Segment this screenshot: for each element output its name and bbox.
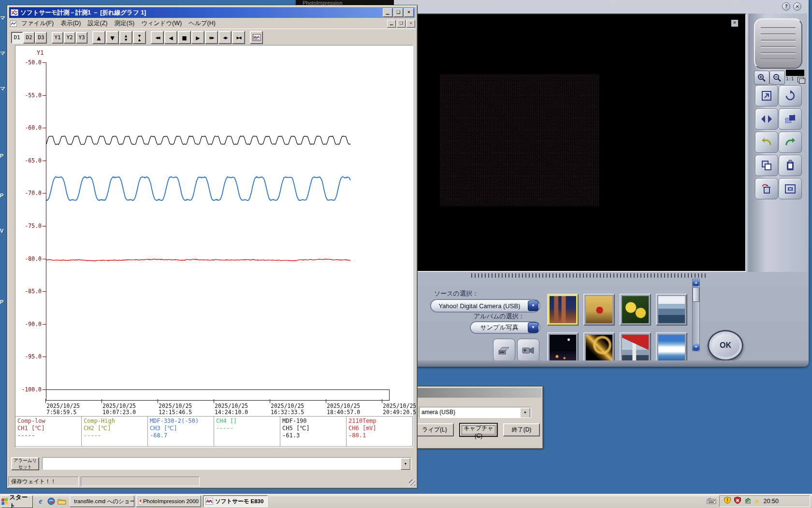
legend-cell: Comp-lowCH1 [℃]-----	[15, 417, 82, 446]
expand-vertical-button[interactable]: ▲ ▼	[119, 31, 132, 44]
d3-button[interactable]: D3	[35, 32, 47, 44]
video-camera-button[interactable]	[517, 339, 539, 361]
fast-rewind-button[interactable]: ◀◀	[151, 31, 164, 44]
thumbnail-yellow-flowers[interactable]	[620, 294, 651, 326]
exit-button[interactable]: 終了(D)	[503, 423, 540, 436]
scroll-up-icon[interactable]: ▲	[693, 279, 699, 286]
undo-button[interactable]	[755, 132, 778, 153]
scale-down-button[interactable]: ▼	[106, 31, 119, 44]
mdi-minimize-button[interactable]: ▁	[387, 20, 396, 28]
thumbnail-ship-lighthouse[interactable]	[620, 332, 651, 364]
cascade-icon[interactable]	[798, 77, 804, 82]
dialog-titlebar[interactable]	[402, 388, 541, 398]
menu-item-1[interactable]: 表示(D)	[57, 18, 84, 29]
resize-button[interactable]	[755, 85, 778, 106]
message-combobox[interactable]: ▼	[42, 457, 411, 470]
desktop-icon-label-fragment[interactable]: マ	[0, 85, 5, 92]
step-forward-button[interactable]: ▶	[191, 31, 204, 44]
desktop-icon-label-fragment[interactable]: P	[0, 299, 5, 305]
menu-item-5[interactable]: ヘルプ(H)	[185, 18, 219, 29]
internet-explorer-icon[interactable]: e	[36, 496, 45, 506]
updates-icon[interactable]	[744, 496, 752, 506]
flip-horizontal-button[interactable]	[755, 108, 778, 130]
album-select-dropdown[interactable]: サンプル写真 ▼	[470, 321, 540, 334]
zoom-out-button[interactable]	[769, 71, 785, 85]
graph-settings-button[interactable]	[250, 31, 263, 44]
preview-close-icon[interactable]: ✕	[731, 19, 739, 27]
source-select-dropdown[interactable]: Yahoo! Digital Camera (USB) ▼	[430, 299, 540, 313]
help-button[interactable]: ?	[782, 2, 790, 11]
star-icon[interactable]: ★	[754, 498, 760, 505]
crop-move-button[interactable]	[779, 108, 802, 130]
chevron-down-icon[interactable]: ▼	[528, 322, 538, 333]
task-button-photoimpression[interactable]: PhotoImpression 2000	[136, 495, 201, 507]
close-button[interactable]: ✕	[793, 2, 801, 11]
zoom-in-button[interactable]	[754, 71, 769, 85]
menu-item-2[interactable]: 設定(Z)	[85, 18, 111, 29]
ok-button[interactable]: OK	[708, 330, 743, 361]
chevron-down-icon[interactable]: ▼	[528, 300, 538, 311]
desktop-icon-label-fragment[interactable]: マ	[0, 15, 5, 22]
shield-warning-icon[interactable]: !	[724, 496, 731, 506]
scroll-pad[interactable]	[754, 18, 802, 69]
app-icon[interactable]	[46, 496, 56, 506]
scroll-down-icon[interactable]: ▼	[693, 344, 699, 351]
menu-item-0[interactable]: ファイル(F)	[18, 18, 57, 29]
thumbnail-night-city[interactable]	[547, 332, 579, 364]
close-button[interactable]: ×	[404, 8, 414, 17]
scanner-button[interactable]	[493, 339, 515, 361]
thumbnail-light-spiral[interactable]	[583, 332, 615, 364]
y2-button[interactable]: Y2	[64, 32, 75, 44]
camera-source-combobox[interactable]: amera (USB) ▼	[419, 407, 531, 418]
folder-icon[interactable]	[57, 496, 67, 506]
desktop-icon-label-fragment[interactable]: V	[0, 228, 5, 234]
scrollbar-thumb[interactable]	[693, 287, 699, 302]
menu-item-4[interactable]: ウィンドウ(W)	[138, 18, 185, 29]
capture-button[interactable]: キャプチャ(C)	[460, 423, 497, 436]
zoom-ratio-label[interactable]: 1:1	[786, 76, 794, 81]
thumbnail-harbor-boats[interactable]	[656, 294, 687, 326]
live-button[interactable]: ライブ(L)	[415, 423, 454, 436]
stop-button[interactable]: ■	[178, 31, 191, 44]
menu-item-3[interactable]: 測定(S)	[111, 18, 138, 29]
mdi-child-icon[interactable]	[10, 21, 17, 27]
thumbnail-scrollbar[interactable]: ▲ ▼	[692, 279, 700, 351]
alarm-reset-button[interactable]: アラームリセット	[11, 457, 39, 470]
start-button[interactable]: スタート	[1, 495, 33, 508]
mdi-close-button[interactable]: ×	[406, 20, 415, 28]
fast-forward-button[interactable]: ▶▶	[205, 31, 218, 44]
paste-button[interactable]	[779, 155, 802, 176]
copy-button[interactable]	[755, 155, 778, 176]
restore-button[interactable]: ❑	[393, 8, 403, 17]
minimize-button[interactable]: ▁	[383, 8, 392, 17]
desktop-icon-label-fragment[interactable]: P	[0, 153, 5, 159]
desktop-icon-label-fragment[interactable]: マ	[0, 50, 5, 57]
y1-button[interactable]: Y1	[52, 32, 63, 44]
compress-horizontal-button[interactable]: ▶◀	[232, 31, 245, 44]
mdi-restore-button[interactable]: ❑	[397, 20, 406, 28]
shield-error-icon[interactable]	[734, 496, 741, 506]
keyboard-icon[interactable]	[707, 497, 716, 506]
status-panel-2	[81, 477, 200, 486]
compress-vertical-button[interactable]: ▼ ▲	[133, 31, 146, 44]
redo-button[interactable]	[779, 132, 802, 153]
resize-grip[interactable]	[409, 479, 415, 486]
step-back-button[interactable]: ◀	[164, 31, 177, 44]
d1-button[interactable]: D1	[11, 32, 23, 44]
chevron-down-icon[interactable]: ▼	[401, 458, 410, 470]
titlebar[interactable]: ソフトサーモ計測－計測1 － [折れ線グラフ 1] ▁ ❑ ×	[9, 7, 415, 18]
d2-button[interactable]: D2	[23, 32, 35, 44]
thumbnail-canyon-spires[interactable]	[547, 294, 579, 326]
y3-button[interactable]: Y3	[76, 32, 87, 44]
thumbnail-cardinal-bird[interactable]	[583, 294, 615, 326]
task-button-softthermo[interactable]: ソフトサーモ E830	[203, 495, 268, 507]
delete-button[interactable]	[755, 178, 778, 199]
thumbnail-sky-clouds[interactable]	[656, 332, 687, 364]
expand-horizontal-button[interactable]: ◀▶	[218, 31, 232, 44]
task-button-cmd[interactable]: C:\transfile.cmd へのショート...	[70, 495, 134, 507]
rotate-button[interactable]	[779, 85, 802, 106]
scale-up-button[interactable]: ▲	[92, 31, 105, 44]
desktop-icon-label-fragment[interactable]: P	[0, 193, 5, 198]
frame-close-button[interactable]	[779, 178, 802, 199]
chevron-down-icon[interactable]: ▼	[520, 408, 530, 418]
